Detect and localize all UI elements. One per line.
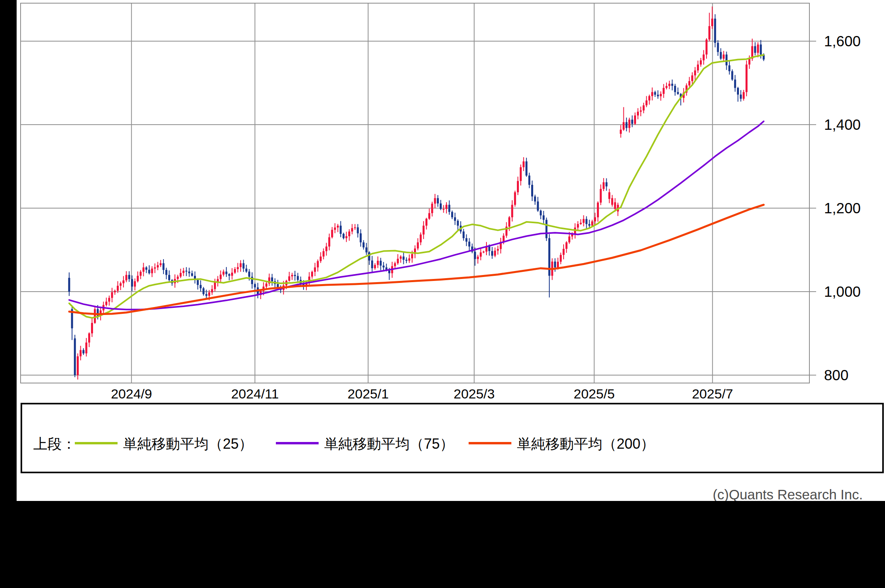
candle <box>408 254 410 263</box>
candle <box>694 67 696 80</box>
candle <box>537 197 539 212</box>
candle <box>500 238 502 254</box>
sma25-line <box>69 55 764 318</box>
candle <box>463 229 465 241</box>
candle <box>540 210 542 219</box>
plot-frame <box>21 3 809 383</box>
candle <box>480 248 482 260</box>
candle <box>543 211 545 224</box>
candle <box>657 90 659 99</box>
candle <box>142 263 144 276</box>
candle <box>494 247 496 257</box>
candle <box>611 195 613 207</box>
svg-text:1,200: 1,200 <box>824 200 861 216</box>
candle <box>451 211 453 219</box>
candle <box>560 252 562 264</box>
sma25-line-swatch <box>75 442 118 444</box>
candle <box>342 233 344 239</box>
svg-text:1,600: 1,600 <box>824 33 861 49</box>
candle <box>380 258 382 270</box>
candle <box>74 335 76 377</box>
candle <box>420 232 422 245</box>
candle <box>580 219 582 225</box>
candle <box>145 266 147 273</box>
candle <box>688 77 690 87</box>
candle <box>217 276 219 286</box>
candle <box>368 251 370 265</box>
candle <box>288 272 290 282</box>
candle <box>562 244 564 259</box>
candle <box>465 234 467 246</box>
candle <box>522 157 524 171</box>
candle <box>665 83 667 89</box>
candle <box>445 202 447 213</box>
candle <box>431 202 433 216</box>
candle <box>68 272 70 296</box>
candle <box>545 218 547 241</box>
candle <box>243 260 245 272</box>
candle <box>608 189 610 203</box>
candle <box>482 251 484 253</box>
candle <box>377 256 379 268</box>
legend-label-sma25: 単純移動平均（25） <box>123 434 253 454</box>
candle <box>486 242 488 255</box>
candle <box>606 178 608 191</box>
candle <box>723 51 725 62</box>
candle <box>442 205 444 212</box>
candle <box>182 268 184 276</box>
candle <box>120 282 122 290</box>
copyright-text: (c)Quants Research Inc. <box>713 487 863 503</box>
candle <box>122 276 124 288</box>
candle <box>240 260 242 272</box>
candle <box>117 281 119 293</box>
candle <box>114 290 116 295</box>
candle <box>357 224 359 237</box>
candle <box>71 305 73 340</box>
candle <box>757 42 759 57</box>
candle <box>434 194 436 208</box>
candle <box>317 260 319 272</box>
svg-text:800: 800 <box>824 367 849 383</box>
candle <box>374 263 376 270</box>
candle <box>754 42 756 55</box>
candle <box>231 268 233 280</box>
svg-text:2025/5: 2025/5 <box>574 386 615 401</box>
candle <box>323 248 325 260</box>
candle <box>325 243 327 256</box>
candle <box>677 87 679 95</box>
candle <box>82 348 84 355</box>
candle <box>534 195 536 205</box>
candle <box>363 240 365 250</box>
bottom-black-band <box>0 501 885 588</box>
candle <box>414 245 416 258</box>
candle <box>137 271 139 283</box>
candle <box>194 271 196 284</box>
candle <box>397 254 399 265</box>
candle <box>222 269 224 277</box>
candle <box>180 269 182 278</box>
candle <box>403 252 405 264</box>
candle <box>603 178 605 191</box>
candle <box>308 272 310 286</box>
candle <box>254 283 256 290</box>
candle <box>600 184 602 205</box>
candle <box>646 96 648 107</box>
candle <box>237 263 239 273</box>
candle <box>140 270 142 279</box>
candle <box>708 13 710 41</box>
svg-text:2025/3: 2025/3 <box>454 386 495 401</box>
candle <box>477 255 479 264</box>
candle <box>734 75 736 92</box>
candle <box>629 118 631 133</box>
candle <box>583 215 585 226</box>
candle <box>625 118 627 131</box>
candle <box>251 272 253 288</box>
candle <box>354 224 356 230</box>
candle <box>731 69 733 81</box>
candle <box>360 229 362 247</box>
svg-text:2024/9: 2024/9 <box>111 386 152 401</box>
candle <box>291 273 293 280</box>
candle <box>111 288 113 302</box>
candle <box>468 238 470 250</box>
sma200-line <box>69 205 764 314</box>
